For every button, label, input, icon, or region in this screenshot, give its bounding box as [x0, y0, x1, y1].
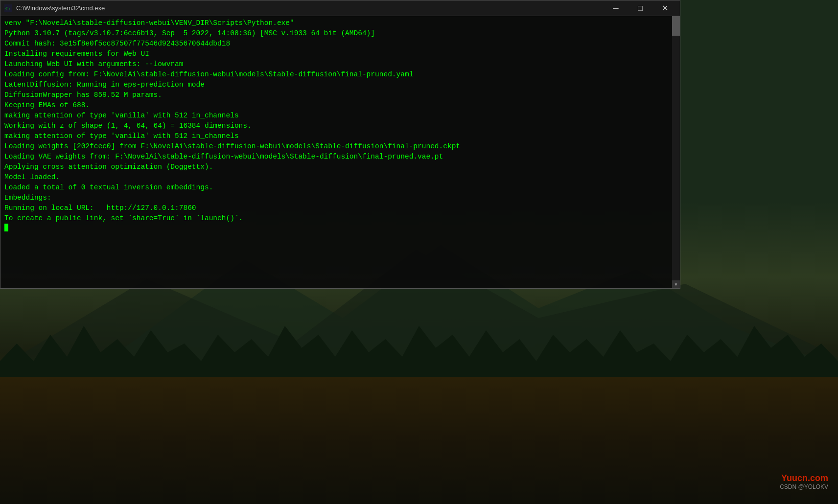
- title-bar-controls: ─ □ ✕: [605, 0, 676, 16]
- terminal-line: making attention of type 'vanilla' with …: [4, 131, 676, 141]
- minimize-button[interactable]: ─: [605, 0, 627, 16]
- terminal-line: Running on local URL: http://127.0.0.1:7…: [4, 203, 676, 213]
- terminal-line: Commit hash: 3e15f8e0f5cc87507f77546d924…: [4, 39, 676, 49]
- terminal-content: venv "F:\NovelAi\stable-diffusion-webui\…: [0, 16, 680, 288]
- terminal-line: Installing requirements for Web UI: [4, 49, 676, 59]
- title-bar: C: C:\Windows\system32\cmd.exe ─ □ ✕: [0, 0, 680, 16]
- terminal-line: DiffusionWrapper has 859.52 M params.: [4, 90, 676, 100]
- scrollbar[interactable]: ▲ ▼: [672, 16, 680, 288]
- terminal-line: venv "F:\NovelAi\stable-diffusion-webui\…: [4, 18, 676, 28]
- watermark-site: Yuucn.com: [780, 473, 828, 483]
- cmd-icon: C:: [4, 4, 12, 12]
- terminal-line: Embeddings:: [4, 193, 676, 203]
- terminal-line: Loading config from: F:\NovelAi\stable-d…: [4, 69, 676, 80]
- terminal-line: Python 3.10.7 (tags/v3.10.7:6cc6b13, Sep…: [4, 28, 676, 39]
- scroll-down-arrow[interactable]: ▼: [672, 280, 680, 288]
- terminal-line: LatentDiffusion: Running in eps-predicti…: [4, 80, 676, 90]
- close-button[interactable]: ✕: [653, 0, 676, 16]
- terminal-line: Launching Web UI with arguments: --lowvr…: [4, 59, 676, 69]
- terminal-line: Loaded a total of 0 textual inversion em…: [4, 183, 676, 193]
- maximize-button[interactable]: □: [629, 0, 652, 16]
- terminal-line: Model loaded.: [4, 172, 676, 183]
- terminal-line: making attention of type 'vanilla' with …: [4, 111, 676, 121]
- terminal-line: Loading weights [202fcec0] from F:\Novel…: [4, 141, 676, 152]
- window-title: C:\Windows\system32\cmd.exe: [16, 4, 105, 12]
- cmd-window: C: C:\Windows\system32\cmd.exe ─ □ ✕ ▲ ▼…: [0, 0, 680, 289]
- terminal-line: Working with z of shape (1, 4, 64, 64) =…: [4, 121, 676, 131]
- terminal-cursor-line: [4, 224, 676, 231]
- terminal-line: Loading VAE weights from: F:\NovelAi\sta…: [4, 152, 676, 162]
- terminal-line: To create a public link, set `share=True…: [4, 213, 676, 224]
- watermark-user: CSDN @YOLOKV: [780, 483, 828, 490]
- svg-text:C:: C:: [5, 6, 11, 11]
- scrollbar-thumb[interactable]: [672, 16, 680, 36]
- watermark: Yuucn.com CSDN @YOLOKV: [780, 473, 828, 490]
- title-bar-left: C: C:\Windows\system32\cmd.exe: [4, 4, 105, 12]
- ground: [0, 377, 838, 504]
- terminal-cursor: [4, 224, 8, 231]
- terminal-line: Applying cross attention optimization (D…: [4, 162, 676, 172]
- terminal-line: Keeping EMAs of 688.: [4, 100, 676, 111]
